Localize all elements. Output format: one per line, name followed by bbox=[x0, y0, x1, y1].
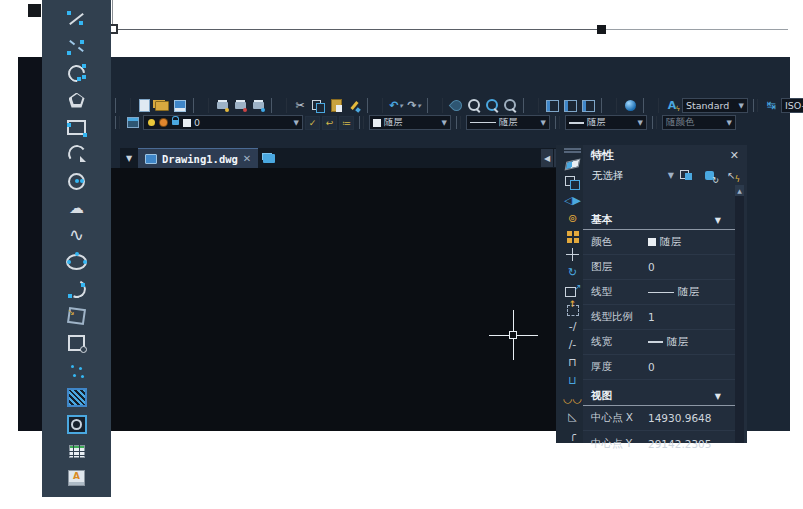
spline-tool-icon[interactable]: ∿ bbox=[66, 225, 88, 245]
ellipse-arc-tool-icon[interactable] bbox=[66, 279, 88, 299]
revision-cloud-tool-icon[interactable]: ☁ bbox=[66, 198, 88, 218]
lineweight-combo[interactable]: 随层▼ bbox=[565, 115, 647, 130]
collapse-icon[interactable]: ▼ bbox=[715, 392, 721, 401]
group-separator[interactable] bbox=[601, 98, 617, 113]
tool-palettes-icon[interactable] bbox=[580, 98, 596, 113]
copy-object-icon[interactable] bbox=[564, 175, 582, 190]
menu-draw[interactable] bbox=[232, 88, 250, 90]
plot-preview-icon[interactable] bbox=[232, 98, 248, 113]
menu-help[interactable] bbox=[332, 88, 350, 90]
layer-properties-manager-icon[interactable] bbox=[125, 115, 141, 130]
extend-icon[interactable]: ∕- bbox=[564, 337, 582, 352]
line-tool-icon[interactable] bbox=[66, 9, 88, 29]
plot-style-combo[interactable]: 随颜色▼ bbox=[662, 115, 736, 130]
menu-dimension[interactable] bbox=[252, 88, 270, 90]
rectangle-tool-icon[interactable] bbox=[66, 117, 88, 137]
toggle-pickadd-icon[interactable] bbox=[722, 167, 741, 184]
ellipse-tool-icon[interactable] bbox=[66, 252, 88, 272]
layer-on-bulb-icon[interactable] bbox=[147, 118, 156, 127]
trim-icon[interactable]: -∕ bbox=[564, 319, 582, 334]
make-layer-current-icon[interactable]: ✓ bbox=[305, 116, 320, 130]
erase-icon[interactable] bbox=[564, 157, 582, 172]
property-row-center-x[interactable]: 中心点 X14930.9648 bbox=[583, 406, 735, 431]
property-row-lineweight[interactable]: 线宽随层 bbox=[583, 330, 735, 355]
offset-icon[interactable]: ⊚ bbox=[564, 211, 582, 226]
zoom-window-icon[interactable] bbox=[484, 98, 500, 113]
mirror-icon[interactable]: ◁▶ bbox=[564, 193, 582, 208]
insert-block-tool-icon[interactable] bbox=[66, 306, 88, 326]
menu-express-tools[interactable] bbox=[292, 88, 310, 90]
menu-app-plus[interactable] bbox=[352, 88, 370, 90]
dim-style-combo[interactable]: ISO-25▼ bbox=[781, 98, 803, 113]
tab-drawing1[interactable]: Drawing1.dwg ✕ bbox=[138, 148, 258, 168]
layer-previous-icon[interactable]: ↩ bbox=[322, 116, 337, 130]
section-basic-header[interactable]: 基本▼ bbox=[583, 210, 735, 230]
join-icon[interactable]: ◡◡ bbox=[564, 391, 582, 406]
group-separator[interactable] bbox=[427, 98, 443, 113]
mtext-tool-icon[interactable] bbox=[66, 468, 88, 488]
tab-close-icon[interactable]: ✕ bbox=[243, 153, 251, 164]
rotate-icon[interactable]: ↻ bbox=[564, 265, 582, 280]
match-properties-icon[interactable] bbox=[346, 98, 362, 113]
toolbar-grip-handle[interactable] bbox=[564, 148, 581, 153]
property-row-linetype[interactable]: 线型随层 bbox=[583, 280, 735, 305]
selection-combo[interactable]: 无选择▼ bbox=[591, 167, 675, 184]
redo-icon[interactable]: ↷▾ bbox=[406, 98, 422, 113]
construction-line-tool-icon[interactable] bbox=[66, 36, 88, 56]
quick-select-icon[interactable] bbox=[678, 167, 697, 184]
layer-states-icon[interactable]: ≔ bbox=[339, 116, 354, 130]
layer-combo[interactable]: 0 ▼ bbox=[143, 115, 303, 130]
layer-lock-icon[interactable] bbox=[171, 118, 180, 127]
text-style-combo[interactable]: Standard▼ bbox=[682, 98, 748, 113]
panel-scrollbar[interactable]: ▲ bbox=[735, 185, 744, 443]
menu-file[interactable] bbox=[112, 88, 130, 90]
new-tab-button[interactable] bbox=[258, 148, 280, 168]
arc-tool-icon[interactable] bbox=[66, 63, 88, 83]
layer-freeze-sun-icon[interactable] bbox=[159, 118, 168, 127]
menu-edit[interactable] bbox=[132, 88, 150, 90]
paste-icon[interactable] bbox=[328, 98, 344, 113]
polyline-tool-icon[interactable] bbox=[66, 144, 88, 164]
polygon-tool-icon[interactable] bbox=[66, 90, 88, 110]
toolbar-grip[interactable] bbox=[115, 98, 131, 113]
property-row-thickness[interactable]: 厚度0 bbox=[583, 355, 735, 380]
point-tool-icon[interactable] bbox=[66, 360, 88, 380]
menu-view[interactable] bbox=[152, 88, 170, 90]
array-icon[interactable] bbox=[564, 229, 582, 244]
new-file-icon[interactable] bbox=[136, 98, 152, 113]
linetype-combo[interactable]: 随层▼ bbox=[466, 115, 550, 130]
properties-palette-icon[interactable] bbox=[544, 98, 560, 113]
property-row-layer[interactable]: 图层0 bbox=[583, 255, 735, 280]
move-icon[interactable] bbox=[564, 247, 582, 262]
color-combo[interactable]: 随层▼ bbox=[369, 115, 451, 130]
text-style-icon[interactable]: A bbox=[664, 98, 680, 113]
circle-tool-icon[interactable] bbox=[66, 171, 88, 191]
property-row-center-y[interactable]: 中心点 Y29142.2305 bbox=[583, 431, 735, 456]
dim-style-icon[interactable]: ↹ bbox=[763, 98, 779, 113]
annotation-handle-right[interactable] bbox=[597, 25, 606, 34]
select-objects-icon[interactable] bbox=[700, 167, 719, 184]
section-view-header[interactable]: 视图▼ bbox=[583, 386, 735, 406]
open-file-icon[interactable] bbox=[154, 98, 170, 113]
group-separator[interactable] bbox=[193, 98, 209, 113]
undo-icon[interactable]: ↶▾ bbox=[388, 98, 404, 113]
group-separator[interactable] bbox=[643, 98, 659, 113]
drawing-canvas[interactable] bbox=[111, 168, 568, 431]
close-icon[interactable]: ✕ bbox=[730, 149, 739, 162]
group-separator[interactable] bbox=[523, 98, 539, 113]
properties-panel-titlebar[interactable]: 特性 ✕ bbox=[583, 145, 747, 165]
menu-modify[interactable] bbox=[272, 88, 290, 90]
save-icon[interactable] bbox=[172, 98, 188, 113]
menu-tools[interactable] bbox=[212, 88, 230, 90]
pan-realtime-icon[interactable] bbox=[448, 98, 464, 113]
plot-icon[interactable] bbox=[214, 98, 230, 113]
group-separator[interactable] bbox=[271, 98, 287, 113]
chamfer-icon[interactable]: ◺ bbox=[564, 409, 582, 424]
break-icon[interactable]: ⊔ bbox=[564, 373, 582, 388]
menu-insert[interactable] bbox=[172, 88, 190, 90]
menu-window[interactable] bbox=[312, 88, 330, 90]
menu-format[interactable] bbox=[192, 88, 210, 90]
property-row-color[interactable]: 颜色随层 bbox=[583, 230, 735, 255]
cut-icon[interactable]: ✂ bbox=[292, 98, 308, 113]
property-row-linetype-scale[interactable]: 线型比例1 bbox=[583, 305, 735, 330]
